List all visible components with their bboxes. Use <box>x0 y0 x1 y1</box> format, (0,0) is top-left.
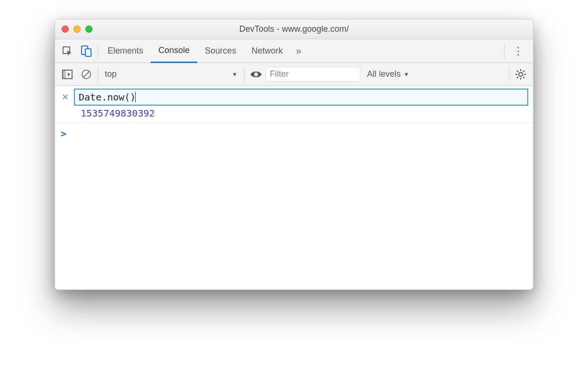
console-prompt[interactable]: > <box>55 123 533 144</box>
clear-console-icon[interactable] <box>77 63 96 85</box>
svg-rect-4 <box>63 70 66 79</box>
separator <box>98 44 98 59</box>
menu-icon[interactable]: ⋮ <box>506 45 530 57</box>
overflow-tabs-button[interactable]: » <box>290 45 307 56</box>
svg-point-8 <box>519 72 523 76</box>
devtools-tabstrip: Elements Console Sources Network » ⋮ <box>55 39 533 63</box>
separator <box>504 44 505 59</box>
text-caret <box>135 92 136 102</box>
log-levels-label: All levels <box>367 69 401 79</box>
tab-sources[interactable]: Sources <box>197 39 244 63</box>
log-levels-selector[interactable]: All levels ▼ <box>360 69 416 79</box>
titlebar: DevTools - www.google.com/ <box>55 19 533 39</box>
svg-line-13 <box>517 71 518 72</box>
show-console-sidebar-icon[interactable] <box>58 63 77 85</box>
console-toolbar: top ▼ All levels ▼ <box>55 63 533 86</box>
tab-console[interactable]: Console <box>151 40 197 63</box>
close-icon[interactable]: ✕ <box>60 92 70 102</box>
svg-line-14 <box>523 77 524 78</box>
eager-expression-text: Date.now() <box>79 91 136 103</box>
window-title: DevTools - www.google.com/ <box>55 24 533 34</box>
filter-input[interactable] <box>266 67 360 82</box>
live-expression-icon[interactable] <box>247 63 266 85</box>
eager-evaluation-entry: ✕ Date.now() 1535749830392 <box>55 86 533 123</box>
separator <box>98 67 98 82</box>
execution-context-selector[interactable]: top ▼ <box>100 63 242 85</box>
svg-point-7 <box>254 72 258 76</box>
console-body: ✕ Date.now() 1535749830392 > <box>55 86 533 289</box>
svg-line-15 <box>523 71 524 72</box>
svg-line-16 <box>517 77 518 78</box>
tab-network[interactable]: Network <box>244 39 290 63</box>
tab-elements[interactable]: Elements <box>100 39 151 63</box>
execution-context-label: top <box>105 69 230 79</box>
device-icon[interactable] <box>77 39 96 63</box>
devtools-window: DevTools - www.google.com/ Elements Cons… <box>55 19 533 290</box>
dropdown-icon: ▼ <box>232 71 238 78</box>
svg-rect-2 <box>85 49 91 56</box>
inspect-icon[interactable] <box>58 39 77 63</box>
settings-icon[interactable] <box>511 63 530 85</box>
console-input[interactable]: Date.now() <box>74 89 528 106</box>
separator <box>244 67 245 82</box>
prompt-chevron-icon: > <box>61 128 66 139</box>
svg-line-6 <box>83 72 89 77</box>
separator <box>509 67 509 82</box>
dropdown-icon: ▼ <box>404 71 409 78</box>
eager-result: 1535749830392 <box>60 108 528 119</box>
